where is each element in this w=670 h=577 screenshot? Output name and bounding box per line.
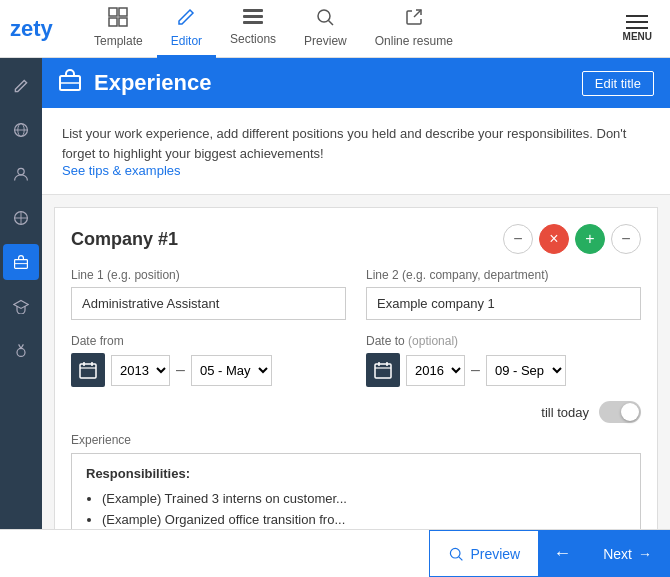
date-to-group: Date to (optional) 2016 – 09 - Sep bbox=[366, 334, 641, 387]
menu-lines-icon bbox=[626, 15, 648, 29]
menu-button[interactable]: MENU bbox=[615, 7, 660, 50]
editor-icon bbox=[176, 7, 196, 32]
preview-button[interactable]: Preview bbox=[429, 530, 539, 577]
date-from-fields: 2013 – 05 - May bbox=[71, 353, 346, 387]
experience-label: Experience bbox=[71, 433, 641, 447]
svg-rect-25 bbox=[375, 364, 391, 378]
collapse-button[interactable]: − bbox=[503, 224, 533, 254]
next-button[interactable]: Next → bbox=[585, 530, 670, 577]
info-text: List your work experience, add different… bbox=[62, 124, 650, 163]
svg-rect-3 bbox=[119, 18, 127, 26]
main-content: Experience Edit title List your work exp… bbox=[42, 58, 670, 577]
bottom-actions: Preview ← Next → bbox=[429, 530, 670, 577]
svg-line-9 bbox=[414, 10, 421, 17]
company-actions: − × + − bbox=[503, 224, 641, 254]
svg-point-18 bbox=[17, 348, 25, 356]
nav-template[interactable]: Template bbox=[80, 0, 157, 58]
section-title: Experience bbox=[94, 70, 582, 96]
experience-item-1: (Example) Trained 3 interns on customer.… bbox=[102, 489, 626, 510]
company-header: Company #1 − × + − bbox=[71, 224, 641, 254]
section-briefcase-icon bbox=[58, 69, 82, 98]
position-row: Line 1 (e.g. position) Line 2 (e.g. comp… bbox=[71, 268, 641, 320]
info-box: List your work experience, add different… bbox=[42, 108, 670, 195]
experience-item-2: (Example) Organized office transition fr… bbox=[102, 510, 626, 531]
date-from-icon bbox=[71, 353, 105, 387]
date-to-year[interactable]: 2016 bbox=[406, 355, 465, 386]
sidebar-item-medal[interactable] bbox=[3, 332, 39, 368]
sections-icon bbox=[243, 9, 263, 30]
line2-input[interactable] bbox=[366, 287, 641, 320]
svg-line-8 bbox=[329, 20, 334, 25]
tips-link[interactable]: See tips & examples bbox=[62, 163, 181, 178]
date-to-optional: (optional) bbox=[408, 334, 458, 348]
add-entry-button[interactable]: + bbox=[575, 224, 605, 254]
date-to-fields: 2016 – 09 - Sep bbox=[366, 353, 641, 387]
svg-point-29 bbox=[451, 548, 461, 558]
line1-label: Line 1 (e.g. position) bbox=[71, 268, 346, 282]
date-from-label: Date from bbox=[71, 334, 346, 348]
nav-sections-label: Sections bbox=[230, 32, 276, 46]
date-from-year[interactable]: 2013 bbox=[111, 355, 170, 386]
date-row: Date from 2013 – 05 - May bbox=[71, 334, 641, 387]
line1-group: Line 1 (e.g. position) bbox=[71, 268, 346, 320]
svg-rect-1 bbox=[119, 8, 127, 16]
sidebar-item-edit[interactable] bbox=[3, 68, 39, 104]
date-to-label: Date to (optional) bbox=[366, 334, 641, 348]
till-today-row: till today bbox=[71, 401, 641, 423]
svg-rect-4 bbox=[243, 9, 263, 12]
svg-rect-6 bbox=[243, 21, 263, 24]
svg-point-7 bbox=[318, 10, 330, 22]
line2-label: Line 2 (e.g. company, department) bbox=[366, 268, 641, 282]
sidebar-item-user[interactable] bbox=[3, 156, 39, 192]
nav-items: Template Editor Sections Preview Online … bbox=[80, 0, 615, 58]
till-today-toggle[interactable] bbox=[599, 401, 641, 423]
nav-editor[interactable]: Editor bbox=[157, 0, 216, 58]
svg-rect-5 bbox=[243, 15, 263, 18]
sidebar: + bbox=[0, 58, 42, 577]
nav-template-label: Template bbox=[94, 34, 143, 48]
date-to-month[interactable]: 09 - Sep bbox=[486, 355, 566, 386]
prev-button[interactable]: ← bbox=[539, 530, 585, 577]
more-options-button[interactable]: − bbox=[611, 224, 641, 254]
svg-line-30 bbox=[459, 556, 463, 560]
till-today-label: till today bbox=[541, 405, 589, 420]
svg-point-13 bbox=[18, 168, 24, 174]
nav-editor-label: Editor bbox=[171, 34, 202, 48]
line1-input[interactable] bbox=[71, 287, 346, 320]
nav-online-resume-label: Online resume bbox=[375, 34, 453, 48]
date-from-group: Date from 2013 – 05 - May bbox=[71, 334, 346, 387]
toggle-thumb bbox=[621, 403, 639, 421]
logo: zety bbox=[10, 16, 60, 42]
sidebar-item-globe2[interactable] bbox=[3, 200, 39, 236]
preview-label: Preview bbox=[470, 546, 520, 562]
date-to-separator: – bbox=[471, 361, 480, 379]
date-from-month[interactable]: 05 - May bbox=[191, 355, 272, 386]
bottom-bar: Preview ← Next → bbox=[0, 529, 670, 577]
menu-label: MENU bbox=[623, 31, 652, 42]
section-header: Experience Edit title bbox=[42, 58, 670, 108]
layout: + Experience Edit title List your work e… bbox=[0, 58, 670, 577]
prev-icon: ← bbox=[553, 543, 571, 564]
preview-icon bbox=[315, 7, 335, 32]
nav-preview[interactable]: Preview bbox=[290, 0, 361, 58]
nav-online-resume[interactable]: Online resume bbox=[361, 0, 467, 58]
svg-rect-0 bbox=[109, 8, 117, 16]
delete-button[interactable]: × bbox=[539, 224, 569, 254]
sidebar-item-globe[interactable] bbox=[3, 112, 39, 148]
svg-rect-2 bbox=[109, 18, 117, 26]
template-icon bbox=[108, 7, 128, 32]
sidebar-item-graduation[interactable] bbox=[3, 288, 39, 324]
next-label: Next bbox=[603, 546, 632, 562]
date-to-icon bbox=[366, 353, 400, 387]
date-from-separator: – bbox=[176, 361, 185, 379]
nav-preview-label: Preview bbox=[304, 34, 347, 48]
company-title: Company #1 bbox=[71, 229, 503, 250]
svg-marker-17 bbox=[14, 300, 28, 308]
top-nav: zety Template Editor Sections Preview bbox=[0, 0, 670, 58]
online-resume-icon bbox=[404, 7, 424, 32]
svg-rect-21 bbox=[80, 364, 96, 378]
edit-title-button[interactable]: Edit title bbox=[582, 71, 654, 96]
company-card: Company #1 − × + − Line 1 (e.g. position… bbox=[54, 207, 658, 577]
nav-sections[interactable]: Sections bbox=[216, 0, 290, 58]
sidebar-item-briefcase[interactable] bbox=[3, 244, 39, 280]
